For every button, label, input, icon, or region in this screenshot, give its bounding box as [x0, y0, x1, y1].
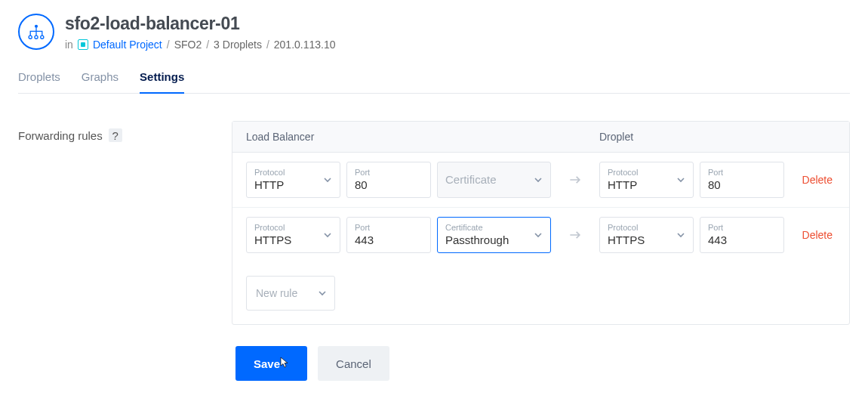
page-title: sfo2-load-balancer-01 [65, 14, 336, 34]
breadcrumb-droplets: 3 Droplets [214, 39, 262, 51]
svg-point-2 [35, 36, 38, 39]
droplet-port-input-value: 80 [708, 178, 776, 193]
breadcrumb-sep: / [167, 39, 170, 51]
cancel-button[interactable]: Cancel [318, 346, 389, 381]
cursor-icon [279, 357, 289, 371]
tab-droplets[interactable]: Droplets [18, 70, 60, 94]
lb-port-input-value: 443 [355, 233, 423, 248]
tab-settings[interactable]: Settings [140, 70, 184, 94]
delete-rule-link[interactable]: Delete [802, 229, 833, 241]
column-load-balancer: Load Balancer [246, 131, 551, 143]
lb-port-input-label: Port [355, 223, 423, 233]
breadcrumb-in: in [65, 39, 73, 51]
breadcrumb-sep: / [266, 39, 269, 51]
certificate-select[interactable]: CertificatePassthrough [437, 217, 551, 253]
breadcrumb: in Default Project / SFO2 / 3 Droplets /… [65, 39, 336, 51]
breadcrumb-region: SFO2 [174, 39, 202, 51]
certificate-select-value: Certificate [445, 172, 543, 187]
new-rule-dropdown[interactable]: New rule [246, 276, 335, 311]
forwarding-rule-row: ProtocolHTTPPort80CertificateProtocolHTT… [232, 153, 849, 208]
tab-graphs[interactable]: Graphs [82, 70, 119, 94]
droplet-protocol-select-label: Protocol [608, 168, 685, 178]
forwarding-rules-label: Forwarding rules [18, 129, 103, 142]
certificate-select-label: Certificate [445, 223, 543, 233]
lb-protocol-select-value: HTTP [254, 178, 332, 193]
save-button-label: Save [254, 357, 280, 370]
forwarding-rule-row: ProtocolHTTPSPort443CertificatePassthrou… [232, 208, 849, 262]
lb-protocol-select-label: Protocol [254, 223, 332, 233]
lb-port-input[interactable]: Port80 [346, 162, 431, 198]
lb-port-input-value: 80 [355, 178, 423, 193]
new-rule-label: New rule [256, 287, 297, 299]
tabs: Droplets Graphs Settings [18, 70, 850, 94]
project-icon [78, 39, 88, 50]
lb-port-input-label: Port [355, 168, 423, 178]
arrow-right-icon [557, 172, 593, 187]
chevron-down-icon [318, 289, 327, 298]
droplet-port-input[interactable]: Port80 [700, 162, 784, 198]
droplet-port-input-value: 443 [708, 233, 776, 248]
droplet-port-input-label: Port [708, 223, 776, 233]
droplet-protocol-select-value: HTTP [608, 178, 685, 193]
certificate-select: Certificate [437, 162, 551, 198]
breadcrumb-ip: 201.0.113.10 [274, 39, 336, 51]
svg-point-3 [41, 36, 44, 39]
certificate-select-value: Passthrough [445, 233, 543, 248]
lb-protocol-select[interactable]: ProtocolHTTPS [246, 217, 340, 253]
svg-point-1 [29, 36, 32, 39]
droplet-protocol-select-label: Protocol [608, 223, 685, 233]
lb-port-input[interactable]: Port443 [346, 217, 431, 253]
svg-point-0 [35, 25, 38, 28]
column-droplet: Droplet [599, 131, 694, 143]
droplet-protocol-select[interactable]: ProtocolHTTP [599, 162, 694, 198]
droplet-port-input[interactable]: Port443 [700, 217, 784, 253]
forwarding-rules-panel: Load Balancer Droplet ProtocolHTTPPort80… [232, 121, 850, 325]
droplet-protocol-select-value: HTTPS [608, 233, 685, 248]
help-icon[interactable]: ? [109, 128, 122, 142]
lb-protocol-select[interactable]: ProtocolHTTP [246, 162, 340, 198]
breadcrumb-project-link[interactable]: Default Project [93, 39, 162, 51]
delete-rule-link[interactable]: Delete [802, 174, 833, 186]
droplet-protocol-select[interactable]: ProtocolHTTPS [599, 217, 694, 253]
arrow-right-icon [557, 227, 593, 243]
droplet-port-input-label: Port [708, 168, 776, 178]
lb-protocol-select-label: Protocol [254, 168, 332, 178]
load-balancer-icon [18, 14, 54, 50]
save-button[interactable]: Save [235, 346, 307, 381]
lb-protocol-select-value: HTTPS [254, 233, 332, 248]
breadcrumb-sep: / [206, 39, 209, 51]
